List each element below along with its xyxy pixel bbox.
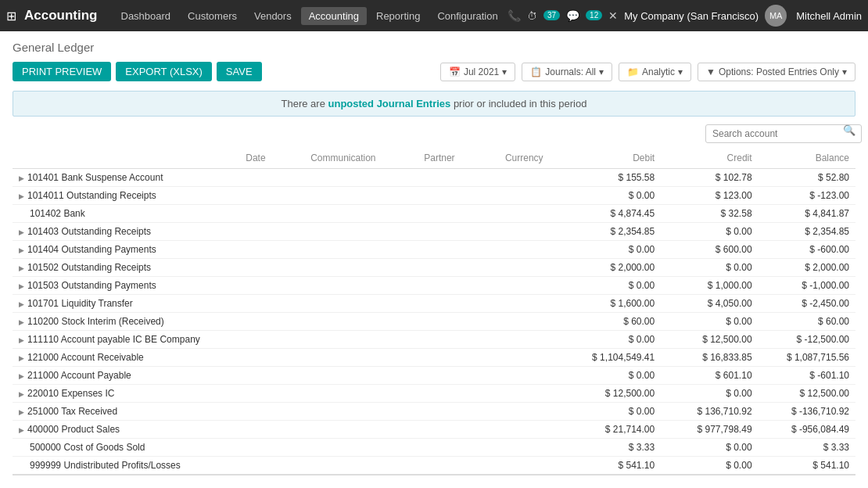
col-date: Date — [239, 148, 304, 169]
account-name-cell[interactable]: ▶211000 Account Payable — [13, 367, 239, 385]
date-cell — [239, 187, 304, 205]
date-cell — [239, 439, 304, 457]
account-name-cell[interactable]: ▶220010 Expenses IC — [13, 385, 239, 403]
expand-arrow[interactable]: ▶ — [19, 228, 24, 236]
balance-cell: $ 2,000.00 — [759, 259, 855, 277]
expand-arrow[interactable]: ▶ — [19, 408, 24, 416]
nav-configuration[interactable]: Configuration — [429, 7, 505, 25]
account-name: 111110 Account payable IC BE Company — [27, 334, 200, 345]
expand-arrow[interactable]: ▶ — [19, 282, 24, 290]
account-name: 101502 Outstanding Receipts — [27, 262, 151, 273]
calls-icon[interactable]: ⏱ — [527, 10, 537, 22]
account-name-cell[interactable]: ▶121000 Account Receivable — [13, 349, 239, 367]
export-xlsx-button[interactable]: EXPORT (XLSX) — [116, 62, 212, 81]
account-name-cell[interactable]: ▶101701 Liquidity Transfer — [13, 295, 239, 313]
save-button[interactable]: SAVE — [217, 62, 262, 81]
calendar-icon: 📅 — [449, 66, 461, 77]
nav-accounting[interactable]: Accounting — [301, 7, 367, 25]
grid-icon[interactable]: ⊞ — [6, 9, 16, 23]
analytic-filter[interactable]: 📁 Analytic ▾ — [619, 63, 691, 81]
expand-arrow[interactable]: ▶ — [19, 372, 24, 380]
account-name: 101402 Bank — [30, 208, 85, 219]
partner-cell — [418, 205, 499, 223]
table-row: ▶111110 Account payable IC BE Company $ … — [13, 331, 855, 349]
currency-cell — [499, 277, 564, 295]
account-name: 400000 Product Sales — [27, 424, 120, 435]
account-name-cell[interactable]: ▶110200 Stock Interim (Received) — [13, 313, 239, 331]
expand-arrow[interactable]: ▶ — [19, 336, 24, 344]
journals-filter[interactable]: 📋 Journals: All ▾ — [522, 63, 612, 81]
date-cell — [239, 367, 304, 385]
communication-cell — [304, 457, 418, 475]
col-debit: Debit — [564, 148, 661, 169]
nav-dashboard[interactable]: Dashboard — [113, 7, 179, 25]
expand-arrow[interactable]: ▶ — [19, 318, 24, 326]
messages-icon[interactable]: 💬 — [566, 9, 579, 22]
credit-cell: $ 123.00 — [661, 187, 758, 205]
expand-arrow[interactable]: ▶ — [19, 264, 24, 272]
date-cell — [239, 277, 304, 295]
company-label[interactable]: My Company (San Francisco) — [624, 10, 759, 22]
account-name: 500000 Cost of Goods Sold — [30, 442, 145, 453]
balance-cell: $ 52.80 — [759, 169, 855, 187]
balance-cell: $ -601.10 — [759, 367, 855, 385]
nav-reporting[interactable]: Reporting — [368, 7, 428, 25]
expand-arrow[interactable]: ▶ — [19, 174, 24, 182]
chevron-down-icon-3: ▾ — [678, 66, 683, 77]
account-name-cell[interactable]: ▶111110 Account payable IC BE Company — [13, 331, 239, 349]
filters-bar: 📅 Jul 2021 ▾ 📋 Journals: All ▾ 📁 Analyti… — [440, 63, 855, 81]
expand-arrow[interactable]: ▶ — [19, 390, 24, 398]
account-name: 251000 Tax Received — [27, 406, 117, 417]
col-communication: Communication — [304, 148, 418, 169]
balance-cell: $ 12,500.00 — [759, 385, 855, 403]
credit-cell: $ 12,500.00 — [661, 331, 758, 349]
date-cell — [239, 259, 304, 277]
search-input[interactable] — [705, 124, 862, 143]
currency-cell — [499, 313, 564, 331]
balance-cell: $ -956,084.49 — [759, 421, 855, 439]
account-name-cell[interactable]: ▶400000 Product Sales — [13, 421, 239, 439]
balance-cell: $ 541.10 — [759, 457, 855, 475]
date-cell — [239, 295, 304, 313]
close-icon[interactable]: ✕ — [608, 9, 618, 22]
nav-vendors[interactable]: Vendors — [246, 7, 299, 25]
communication-cell — [304, 439, 418, 457]
balance-cell: $ -2,450.00 — [759, 295, 855, 313]
account-name-cell[interactable]: ▶101502 Outstanding Receipts — [13, 259, 239, 277]
communication-cell — [304, 205, 418, 223]
expand-arrow[interactable]: ▶ — [19, 246, 24, 254]
account-name-cell[interactable]: ▶1014011 Outstanding Receipts — [13, 187, 239, 205]
expand-arrow[interactable]: ▶ — [19, 300, 24, 308]
currency-cell — [499, 259, 564, 277]
date-filter[interactable]: 📅 Jul 2021 ▾ — [440, 63, 515, 81]
date-filter-label: Jul 2021 — [464, 66, 499, 77]
options-filter[interactable]: ▼ Options: Posted Entries Only ▾ — [698, 63, 855, 81]
expand-arrow[interactable]: ▶ — [19, 354, 24, 362]
currency-cell — [499, 439, 564, 457]
notice-banner: There are unposted Journal Entries prior… — [13, 91, 855, 117]
currency-cell — [499, 223, 564, 241]
print-preview-button[interactable]: PRINT PREVIEW — [13, 62, 111, 81]
expand-arrow[interactable]: ▶ — [19, 192, 24, 200]
balance-cell: $ -123.00 — [759, 187, 855, 205]
table-container: Date Communication Partner Currency Debi… — [13, 148, 855, 479]
debit-cell: $ 541.10 — [564, 457, 661, 475]
user-label[interactable]: Mitchell Admin — [796, 10, 862, 22]
account-name-cell[interactable]: ▶101503 Outstanding Payments — [13, 277, 239, 295]
phone-icon[interactable]: 📞 — [508, 9, 521, 22]
credit-cell: $ 0.00 — [661, 385, 758, 403]
date-cell — [239, 403, 304, 421]
account-name-cell[interactable]: ▶251000 Tax Received — [13, 403, 239, 421]
table-header-row: Date Communication Partner Currency Debi… — [13, 148, 855, 169]
account-name: 101701 Liquidity Transfer — [27, 298, 133, 309]
account-name-cell[interactable]: ▶101401 Bank Suspense Account — [13, 169, 239, 187]
notice-link[interactable]: unposted Journal Entries — [328, 98, 451, 109]
col-credit: Credit — [661, 148, 758, 169]
account-name-cell[interactable]: ▶101404 Outstanding Payments — [13, 241, 239, 259]
account-name: 1014011 Outstanding Receipts — [27, 190, 156, 201]
options-filter-label: Options: Posted Entries Only — [719, 66, 839, 77]
expand-arrow[interactable]: ▶ — [19, 426, 24, 434]
nav-customers[interactable]: Customers — [180, 7, 245, 25]
account-name-cell[interactable]: ▶101403 Outstanding Receipts — [13, 223, 239, 241]
credit-cell: $ 102.78 — [661, 169, 758, 187]
